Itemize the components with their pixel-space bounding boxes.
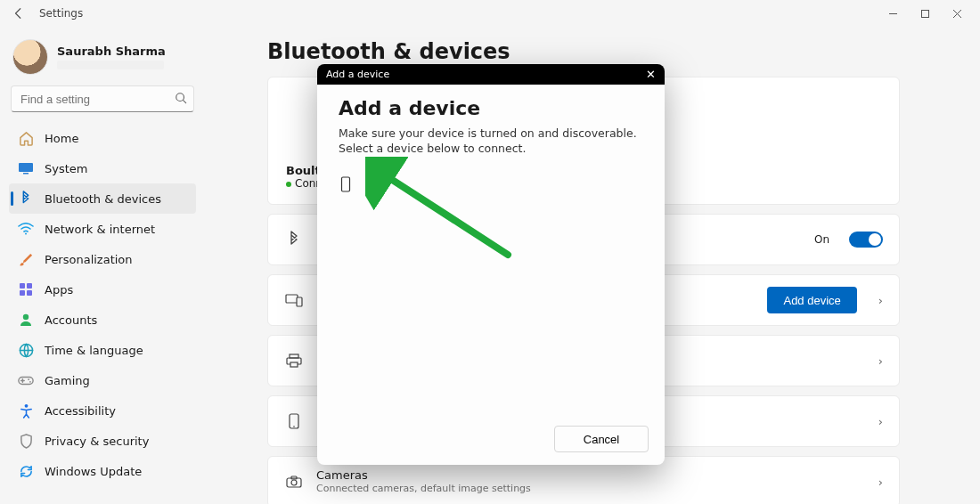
sidebar-item-apps[interactable]: Apps xyxy=(9,274,196,305)
sidebar-item-label: Windows Update xyxy=(45,465,142,478)
sidebar-item-label: Accessibility xyxy=(45,404,116,418)
svg-rect-10 xyxy=(27,290,32,296)
dialog-description: Make sure your device is turned on and d… xyxy=(339,126,643,157)
search-input[interactable] xyxy=(11,85,194,112)
sidebar-item-label: System xyxy=(45,162,87,175)
bluetooth-toggle[interactable] xyxy=(849,232,883,248)
svg-rect-5 xyxy=(23,173,29,175)
search-box[interactable] xyxy=(11,85,194,112)
discovered-device-item[interactable]: B13 xyxy=(339,169,643,199)
chevron-right-icon: › xyxy=(878,294,883,307)
sidebar-item-home[interactable]: Home xyxy=(9,123,196,153)
svg-rect-7 xyxy=(20,283,25,289)
sidebar-item-personalization[interactable]: Personalization xyxy=(9,244,196,274)
home-icon xyxy=(18,131,34,146)
minimize-icon xyxy=(888,9,898,19)
svg-point-16 xyxy=(24,403,28,407)
chevron-right-icon: › xyxy=(878,354,883,368)
sidebar-item-label: Privacy & security xyxy=(45,435,149,448)
svg-line-3 xyxy=(184,101,186,103)
person-icon xyxy=(18,313,34,327)
devices-icon xyxy=(284,293,304,307)
svg-rect-18 xyxy=(297,297,302,306)
brush-icon xyxy=(18,252,34,267)
shield-icon xyxy=(18,434,34,449)
update-icon xyxy=(18,464,34,479)
printer-icon xyxy=(284,354,304,368)
sidebar-item-label: Time & language xyxy=(45,344,143,357)
gamepad-icon xyxy=(18,375,34,386)
sidebar-item-label: Personalization xyxy=(45,253,133,266)
sidebar-item-accounts[interactable]: Accounts xyxy=(9,305,196,335)
page-title: Bluetooth & devices xyxy=(267,39,900,64)
profile-email-placeholder xyxy=(57,61,164,69)
svg-rect-19 xyxy=(290,354,298,358)
sidebar: Saurabh Sharma HomeSystemBluetooth & dev… xyxy=(0,27,205,504)
svg-point-15 xyxy=(29,380,31,382)
maximize-icon xyxy=(920,9,930,19)
svg-point-6 xyxy=(25,233,27,235)
maximize-button[interactable] xyxy=(909,2,941,25)
close-icon xyxy=(952,9,962,19)
sidebar-item-time[interactable]: Time & language xyxy=(9,335,196,365)
search-icon xyxy=(175,92,187,104)
profile-name: Saurabh Sharma xyxy=(57,45,166,59)
back-button[interactable] xyxy=(7,2,30,25)
sidebar-item-label: Network & internet xyxy=(45,223,155,236)
sidebar-item-network[interactable]: Network & internet xyxy=(9,214,196,244)
dialog-titlebar: Add a device ✕ xyxy=(317,64,665,85)
apps-icon xyxy=(18,282,34,297)
sidebar-item-label: Gaming xyxy=(45,374,90,387)
sidebar-item-label: Accounts xyxy=(45,313,97,327)
sidebar-item-update[interactable]: Windows Update xyxy=(9,456,196,486)
svg-rect-21 xyxy=(290,362,298,367)
camera-icon xyxy=(284,476,304,488)
window-title: Settings xyxy=(39,7,83,20)
globe-icon xyxy=(18,343,34,358)
phone-icon xyxy=(340,176,351,192)
sidebar-item-label: Apps xyxy=(45,283,73,297)
dialog-close-button[interactable]: ✕ xyxy=(646,68,656,81)
sidebar-item-accessibility[interactable]: Accessibility xyxy=(9,395,196,426)
system-icon xyxy=(18,162,34,175)
title-bar: Settings xyxy=(0,0,980,27)
sidebar-item-label: Home xyxy=(45,132,78,145)
svg-rect-27 xyxy=(342,177,350,191)
bluetooth-icon xyxy=(18,191,34,207)
add-device-dialog: Add a device ✕ Add a device Make sure yo… xyxy=(317,64,665,465)
sidebar-item-privacy[interactable]: Privacy & security xyxy=(9,426,196,456)
bluetooth-icon xyxy=(284,231,304,248)
svg-point-11 xyxy=(23,314,29,320)
wifi-icon xyxy=(18,223,34,235)
chevron-right-icon: › xyxy=(878,476,883,489)
dialog-title: Add a device xyxy=(339,97,643,119)
close-window-button[interactable] xyxy=(941,2,973,25)
svg-rect-1 xyxy=(921,10,928,17)
status-dot-icon xyxy=(286,182,291,187)
arrow-left-icon xyxy=(12,7,25,20)
minimize-button[interactable] xyxy=(877,2,909,25)
svg-point-2 xyxy=(176,93,184,102)
chevron-right-icon: › xyxy=(878,415,883,428)
sidebar-item-gaming[interactable]: Gaming xyxy=(9,365,196,395)
bluetooth-state-label: On xyxy=(814,233,829,246)
sidebar-item-label: Bluetooth & devices xyxy=(45,192,161,206)
sidebar-item-system[interactable]: System xyxy=(9,153,196,183)
dialog-titlebar-text: Add a device xyxy=(326,69,389,80)
phone-icon xyxy=(284,413,304,429)
svg-point-23 xyxy=(293,426,295,427)
sidebar-item-bluetooth[interactable]: Bluetooth & devices xyxy=(9,183,196,214)
avatar xyxy=(12,39,48,75)
svg-rect-4 xyxy=(19,163,33,172)
svg-rect-9 xyxy=(20,290,25,296)
profile-block[interactable]: Saurabh Sharma xyxy=(9,34,196,84)
add-device-button[interactable]: Add device xyxy=(767,287,856,313)
access-icon xyxy=(18,403,34,419)
cancel-button[interactable]: Cancel xyxy=(554,426,649,452)
device-name: B13 xyxy=(365,177,388,191)
svg-point-25 xyxy=(291,480,297,485)
svg-point-14 xyxy=(28,378,29,380)
svg-rect-17 xyxy=(286,295,298,303)
svg-rect-8 xyxy=(27,283,32,289)
